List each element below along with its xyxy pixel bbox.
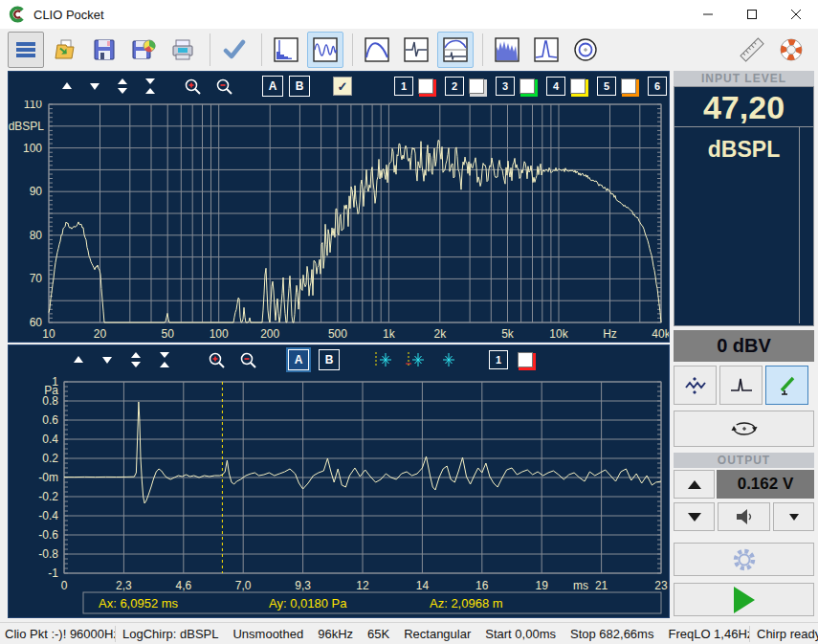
curve-slot-5-button[interactable]: 5	[597, 77, 616, 96]
expand-icon	[127, 351, 144, 368]
frequency-response-button[interactable]	[359, 32, 395, 68]
zoom-in-button[interactable]	[184, 78, 202, 96]
combined-fr-ir-icon	[443, 37, 468, 62]
clio-logo-icon	[9, 6, 26, 23]
play-measure-button[interactable]	[674, 583, 814, 616]
input-microphone-button[interactable]	[765, 366, 808, 405]
toolbar-separator	[482, 33, 483, 66]
ir-curve-slot-1-button[interactable]: 1	[489, 350, 508, 369]
zoom-out-button[interactable]	[215, 78, 233, 96]
curve-slot-3-page-icon[interactable]	[520, 78, 535, 94]
curve-slot-4-page-icon[interactable]	[570, 78, 586, 94]
scale-up-button[interactable]	[70, 351, 87, 368]
impedance-peak-button[interactable]	[528, 32, 564, 68]
curve-slot-2-page-icon[interactable]	[469, 78, 484, 94]
svg-text:Ay: 0,0180 Pa: Ay: 0,0180 Pa	[269, 596, 347, 611]
input-pulse-button[interactable]	[719, 366, 763, 405]
maximize-button[interactable]	[730, 1, 774, 29]
svg-text:14: 14	[416, 579, 430, 592]
curve-slot-1-page-icon[interactable]	[418, 78, 433, 94]
svg-text:dBSPL: dBSPL	[9, 120, 44, 133]
zoom-in-icon	[184, 78, 202, 96]
output-level-up-button[interactable]	[674, 470, 715, 499]
svg-text:-0.4: -0.4	[38, 509, 58, 522]
close-button[interactable]	[774, 1, 818, 29]
save-icon	[92, 37, 117, 62]
input-gain-display[interactable]: 0 dBV	[674, 330, 814, 362]
marker-off-button[interactable]	[437, 351, 460, 368]
down-arrow-icon	[688, 513, 701, 522]
output-options-dropdown[interactable]	[773, 502, 814, 531]
zoom-in-button[interactable]	[208, 351, 226, 369]
polar-analyzer-button[interactable]	[567, 32, 604, 68]
svg-text:20: 20	[94, 327, 107, 341]
expand-scale-button[interactable]	[127, 351, 144, 368]
menu-button[interactable]	[8, 32, 44, 68]
fr-overlay-check-button[interactable]: ✓	[333, 77, 352, 96]
waterfall-button[interactable]	[489, 32, 525, 68]
svg-text:Az: 2,0968 m: Az: 2,0968 m	[430, 596, 503, 611]
marker-b-button[interactable]	[405, 351, 428, 368]
impulse-response-chart[interactable]: 1Pa0.80.60.40.2-0m-0.2-0.4-0.6-0.8-102,3…	[9, 374, 669, 617]
input-level-display: 47,20 dBSPL	[674, 86, 814, 326]
output-mute-button[interactable]	[718, 502, 770, 531]
curve-slot-6-button[interactable]: 6	[648, 77, 667, 96]
main-toolbar	[0, 29, 818, 70]
curve-slot-1-button[interactable]: 1	[394, 77, 413, 96]
curve-slot-4-button[interactable]: 4	[546, 77, 565, 96]
pulse-icon	[729, 375, 754, 396]
scale-down-button[interactable]	[99, 351, 116, 368]
svg-text:21: 21	[595, 579, 608, 592]
ir-curve-page-icon[interactable]	[518, 352, 533, 367]
loop-autorepeat-button[interactable]	[674, 411, 814, 447]
ir-curve-a-button[interactable]: A	[288, 349, 309, 370]
speaker-icon	[734, 507, 755, 526]
output-level-down-button[interactable]	[674, 502, 715, 531]
combined-view-button[interactable]	[437, 32, 474, 68]
status-fft-size: 65K	[367, 627, 389, 641]
svg-text:2,3: 2,3	[116, 579, 132, 592]
scale-down-button[interactable]	[86, 78, 103, 95]
down-arrow-icon	[86, 78, 103, 95]
settings-button[interactable]	[674, 543, 814, 576]
status-state: Chirp ready	[750, 627, 818, 641]
output-header: OUTPUT	[674, 453, 814, 468]
ir-curve-b-button[interactable]: B	[319, 349, 340, 370]
expand-scale-button[interactable]	[114, 78, 131, 95]
svg-text:23: 23	[654, 579, 668, 592]
compress-scale-button[interactable]	[156, 351, 173, 368]
save-button[interactable]	[86, 32, 122, 68]
apply-check-button[interactable]	[216, 32, 253, 68]
svg-text:9,3: 9,3	[295, 579, 311, 592]
curve-slot-5-page-icon[interactable]	[621, 78, 636, 94]
status-freqlo: FreqLO 1,46Hz	[668, 627, 749, 641]
toolbar-separator	[210, 33, 210, 66]
polar-plot-icon	[573, 37, 598, 62]
fft-analyzer-button[interactable]	[268, 32, 304, 68]
minimize-button[interactable]	[686, 1, 730, 29]
status-samplerate: 96kHz	[318, 627, 353, 641]
svg-text:-0.2: -0.2	[38, 490, 58, 503]
fr-curve-b-button[interactable]: B	[289, 76, 310, 97]
measure-tools-button[interactable]	[734, 32, 770, 68]
open-file-button[interactable]	[47, 32, 83, 68]
curve-slot-2-button[interactable]: 2	[445, 77, 464, 96]
save-as-button[interactable]	[125, 32, 162, 68]
marker-a-button[interactable]	[372, 351, 395, 368]
print-button[interactable]	[165, 32, 201, 68]
zoom-out-button[interactable]	[239, 351, 257, 369]
scale-up-button[interactable]	[58, 78, 76, 95]
svg-text:5k: 5k	[501, 327, 515, 341]
impulse-response-button[interactable]	[398, 32, 434, 68]
compress-scale-button[interactable]	[142, 78, 159, 95]
help-button[interactable]	[773, 32, 809, 68]
input-signal-button[interactable]	[674, 366, 717, 405]
status-analyzer: LogChirp: dBSPL	[122, 627, 218, 641]
marker-off-icon	[437, 351, 460, 368]
frequency-response-chart[interactable]: 11010090807060dBSPL1020501002005001k2k5k…	[9, 100, 669, 342]
curve-slot-3-button[interactable]: 3	[496, 77, 515, 96]
fr-curve-a-button[interactable]: A	[262, 76, 283, 97]
svg-text:-0.6: -0.6	[38, 528, 58, 542]
logchirp-analyzer-button[interactable]	[307, 32, 343, 68]
svg-text:-0.8: -0.8	[38, 547, 58, 561]
